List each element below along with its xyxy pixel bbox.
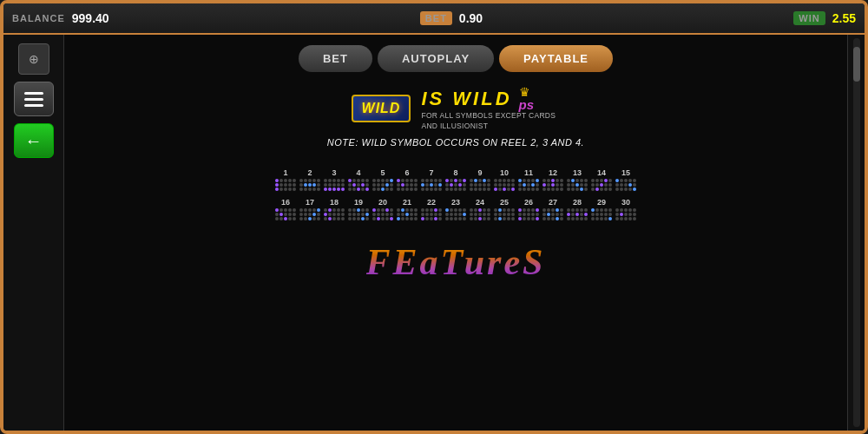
wild-note: NOTE: WILD SYMBOL OCCURS ON REEL 2, 3 AN… (327, 137, 584, 148)
features-text: FEaTureS (366, 241, 546, 283)
payline-5: 5 (372, 168, 393, 191)
menu-button[interactable] (14, 82, 54, 116)
payline-27: 27 (542, 198, 563, 220)
content-area: BET AUTOPLAY PAYTABLE WILD IS WILD ♛ (64, 35, 847, 431)
bet-button[interactable]: BET (299, 45, 372, 72)
paytable-button[interactable]: PAYTABLE (499, 45, 613, 72)
payline-1: 1 (275, 168, 296, 191)
expand-icon: ⊕ (29, 52, 39, 66)
bet-section: BET 0.90 (420, 11, 483, 25)
autoplay-button[interactable]: AUTOPLAY (378, 45, 494, 72)
payline-8: 8 (445, 168, 466, 191)
payline-17: 17 (299, 198, 320, 220)
payline-9: 9 (470, 168, 490, 191)
payline-19: 19 (348, 198, 369, 220)
win-section: WIN 2.55 (793, 11, 856, 25)
payline-30: 30 (615, 198, 636, 220)
payline-26: 26 (518, 198, 539, 220)
hamburger-line-1 (24, 92, 43, 95)
payline-12: 12 (542, 168, 563, 191)
payline-22: 22 (421, 198, 442, 220)
balance-section: BALANCE 999.40 (12, 11, 109, 25)
payline-15: 15 (615, 168, 636, 191)
wild-section: WILD IS WILD ♛ ps FOR ALL SYMBOLS EXCEPT… (327, 86, 584, 160)
payline-2: 2 (299, 168, 320, 191)
crown-ps-group: ♛ ps (519, 86, 535, 111)
back-arrow-icon: ← (25, 131, 43, 151)
payline-3: 3 (324, 168, 345, 191)
payline-18: 18 (324, 198, 345, 220)
payline-14: 14 (591, 168, 612, 191)
wild-title-row: IS WILD ♛ ps (421, 86, 534, 111)
balance-value: 999.40 (72, 11, 109, 25)
payline-4: 4 (348, 168, 369, 191)
balance-label: BALANCE (12, 13, 65, 23)
wild-badge-label: WILD (362, 101, 401, 116)
scroll-thumb[interactable] (853, 47, 860, 82)
ps-text: ps (519, 98, 535, 111)
wild-badge: WILD (352, 95, 411, 122)
paylines-row-2: 16 17 18 (275, 198, 636, 220)
main-area: ⊕ ← BET AUTOPLAY PAYTABLE (3, 35, 865, 431)
payline-16: 16 (275, 198, 296, 220)
bet-value: 0.90 (459, 11, 483, 25)
is-wild-text: IS WILD (421, 88, 511, 110)
payline-13: 13 (567, 168, 588, 191)
payline-21: 21 (397, 198, 418, 220)
expand-button[interactable]: ⊕ (18, 43, 49, 75)
hamburger-line-3 (24, 104, 43, 107)
payline-6: 6 (397, 168, 418, 191)
payline-28: 28 (567, 198, 588, 220)
payline-24: 24 (470, 198, 490, 220)
payline-11: 11 (518, 168, 539, 191)
payline-7: 7 (421, 168, 442, 191)
win-value: 2.55 (832, 11, 856, 25)
back-button[interactable]: ← (14, 123, 54, 158)
nav-buttons: BET AUTOPLAY PAYTABLE (299, 45, 613, 72)
payline-10: 10 (494, 168, 515, 191)
payline-20: 20 (372, 198, 393, 220)
top-bar: BALANCE 999.40 BET 0.90 WIN 2.55 (3, 3, 865, 35)
win-label: WIN (793, 11, 825, 25)
payline-23: 23 (445, 198, 466, 220)
wild-description: FOR ALL SYMBOLS EXCEPT CARDS AND ILLUSIO… (421, 111, 560, 132)
left-sidebar: ⊕ ← (3, 35, 64, 431)
scroll-track (853, 38, 860, 427)
payline-29: 29 (591, 198, 612, 220)
crown-icon: ♛ (519, 86, 530, 98)
bet-label: BET (420, 11, 452, 25)
paylines-row-1: 1 2 3 (275, 168, 636, 191)
game-frame: BALANCE 999.40 BET 0.90 WIN 2.55 ⊕ (0, 0, 868, 434)
hamburger-line-2 (24, 98, 43, 101)
wild-info-box: WILD IS WILD ♛ ps FOR ALL SYMBOLS EXCEPT… (352, 86, 561, 132)
payline-25: 25 (494, 198, 515, 220)
right-scrollbar (847, 35, 865, 431)
wild-right: IS WILD ♛ ps FOR ALL SYMBOLS EXCEPT CARD… (421, 86, 560, 132)
